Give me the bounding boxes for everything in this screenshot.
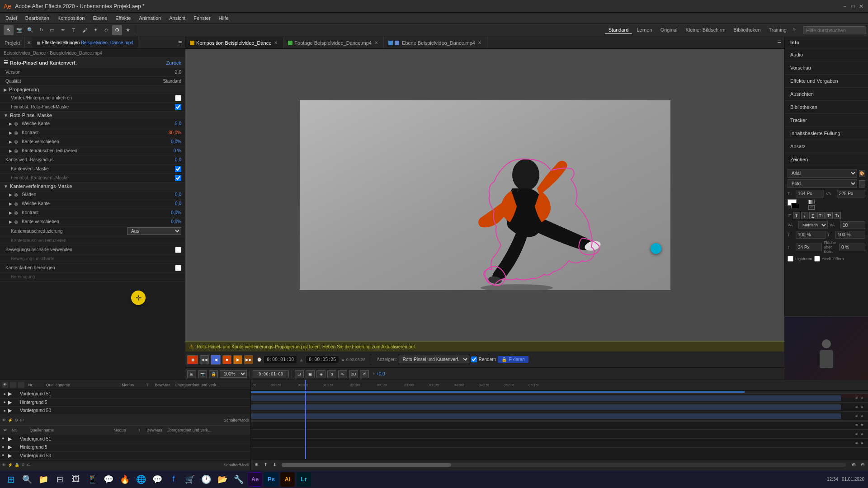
taskbar-files[interactable]: 📁 [36,472,51,487]
gradient-btn[interactable] [808,200,815,204]
rp-tracker[interactable]: Tracker [785,114,868,127]
layer-2-expand[interactable]: ▶ [8,399,14,405]
tool-puppet[interactable]: ★ [123,25,133,35]
tab-layer-close[interactable]: ✕ [477,40,482,46]
taskbar-browser[interactable]: 🌐 [134,472,148,487]
ts-input[interactable] [840,221,865,229]
dropdown-kantenrausch[interactable]: Aus Gering Mittel Hoch [127,227,181,235]
track-1-menu2[interactable]: ≡ [861,395,866,401]
zoom-offset[interactable]: +0,0 [376,371,385,376]
workspace-lernen[interactable]: Lernen [633,26,656,34]
lf-label[interactable]: 🏷 [20,418,24,422]
btn-step-back[interactable]: ◀ [211,355,221,365]
timecode-total[interactable]: 0:00:05:25 [306,356,339,363]
help-search-input[interactable] [803,26,866,34]
yellow-handle[interactable]: ✛ [131,291,146,305]
track-6-menu[interactable]: ≡ [855,441,861,446]
superscript-btn[interactable]: T² [826,212,833,219]
italic-btn[interactable]: T [801,212,808,219]
layer-1-vis[interactable]: ● [2,391,7,397]
track-3-bar[interactable] [251,413,841,419]
checkbox-bewegungsunschaerfe[interactable] [175,247,181,253]
rp-effekte[interactable]: Effekte und Vorgaben [785,75,868,88]
vb-time[interactable]: 0:00:01:00 [253,370,289,378]
underline-btn[interactable]: T [809,212,816,219]
timeline-scrollbar-thumb[interactable] [282,463,451,467]
maximize-button[interactable]: □ [850,3,856,9]
stroke-color[interactable] [791,203,799,208]
tool-search[interactable]: 🔍 [25,25,35,35]
track-2-menu[interactable]: ≡ [855,404,861,410]
zoom-select[interactable]: 100% 50% 200% [220,370,247,378]
track-2-menu2[interactable]: ≡ [861,404,866,410]
menu-datei[interactable]: Datei [2,14,21,22]
workspace-bibliotheken[interactable]: Bibliotheken [730,26,764,34]
checkbox-hindi[interactable] [814,256,820,262]
menu-bearbeiten[interactable]: Bearbeiten [22,14,53,22]
btn-roto-toggle[interactable]: ◼ [187,355,198,364]
taskbar-photo[interactable]: 🖼 [69,472,83,487]
track-6-menu2[interactable]: ≡ [861,441,866,446]
layer-eye-header2[interactable]: 👁 [2,427,8,433]
timeline-scrollbar[interactable] [282,463,846,467]
checkbox-kantenfarben[interactable] [175,265,181,271]
checkbox-kantenverf-maske[interactable] [175,166,181,172]
rp-zeichen[interactable]: Zeichen [785,153,868,166]
back-button[interactable]: Zurück [166,60,181,66]
menu-fenster[interactable]: Fenster [190,14,214,22]
rp-vorschau[interactable]: Vorschau [785,61,868,75]
track-5-menu[interactable]: ≡ [855,432,861,437]
font-size-input[interactable] [796,190,824,197]
font-style-select[interactable]: Bold Regular Italic [788,179,857,188]
vb-flow[interactable]: ∿ [338,370,347,378]
vb-lock[interactable]: 🔒 [209,370,218,378]
h-scale-input[interactable] [796,231,826,239]
window-controls[interactable]: − □ ✕ [842,3,864,9]
btn-step-forward[interactable]: ▶▶ [244,355,253,364]
menu-effekte[interactable]: Effekte [112,14,134,22]
taskbar-lr[interactable]: Lr [297,472,311,487]
none-btn[interactable]: ∅ [808,205,815,210]
tb-add-marker[interactable]: ⊕ [253,461,260,469]
checkbox-ligaturen[interactable] [788,256,793,262]
taskbar-ai[interactable]: Ai [280,472,295,487]
fixieren-btn[interactable]: 🔒 Fixieren [498,356,528,363]
layer2-1-expand[interactable]: ▶ [8,436,14,442]
vb-3d[interactable]: 3D [349,370,358,378]
layer2-2-vis[interactable]: ● [2,445,7,450]
lf-settings[interactable]: ⚙ [14,418,18,422]
lf-eye[interactable]: 👁 [2,418,6,422]
checkbox-feinabst-kantenverf[interactable] [175,175,181,181]
layer2-1-vis[interactable]: ● [2,436,7,441]
btn-play[interactable]: ▶ [233,355,242,364]
tool-type[interactable]: T [69,25,79,35]
tool-camera[interactable]: 📷 [14,25,24,35]
vb-mask[interactable]: ▣ [306,370,315,378]
menu-ebene[interactable]: Ebene [89,14,111,22]
rp-audio[interactable]: Audio [785,48,868,61]
layer-3-vis[interactable]: ● [2,408,7,413]
tab-footage-close[interactable]: ✕ [373,40,379,46]
tool-roto[interactable]: ⚙ [112,25,122,35]
tool-brush[interactable]: 🖌 [80,25,90,35]
taskbar-clock[interactable]: 🕐 [199,472,213,487]
metric-select[interactable]: Metrisch [798,221,828,229]
track-5-menu2[interactable]: ≡ [861,432,866,437]
layer2-3-expand[interactable]: ▶ [8,453,14,459]
checkbox-rendern[interactable] [471,357,477,362]
menu-hilfe[interactable]: Hilfe [215,14,232,22]
taskbar-tool[interactable]: 🔧 [231,472,246,487]
checkbox-feinabst-roto[interactable] [175,104,181,110]
lf2-motion[interactable]: ⚡ [8,463,13,467]
workspace-standard[interactable]: Standard [605,26,632,34]
rp-inhalt[interactable]: Inhaltsbasierte Füllung [785,127,868,140]
workspace-kleinbild[interactable]: Kleiner Bildschirm [682,26,729,34]
workspace-more[interactable]: » [791,26,797,34]
tab-komposition-close[interactable]: ✕ [273,40,278,46]
lf2-settings[interactable]: ⚙ [21,463,25,467]
track-4-menu2[interactable]: ≡ [861,423,866,428]
tab-layer[interactable]: Ebene Beispielvideo_Dance.mp4 ✕ [384,37,487,48]
tool-rotate[interactable]: ↻ [36,25,46,35]
menu-animation[interactable]: Animation [135,14,165,22]
v-scale-input[interactable] [835,231,865,239]
